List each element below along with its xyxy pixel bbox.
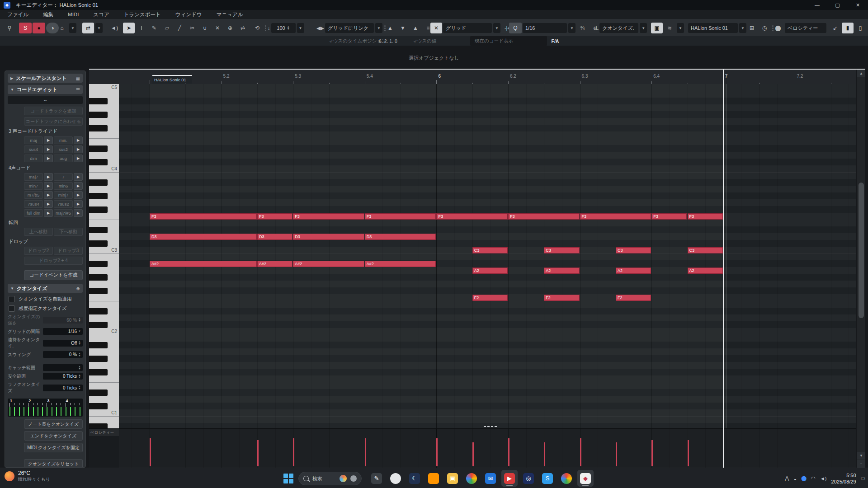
triad-variant-arrow[interactable]: ▶ bbox=[44, 136, 53, 144]
seventh-variant-arrow[interactable]: ▶ bbox=[74, 182, 83, 190]
triad-button-min.[interactable]: min. bbox=[54, 136, 73, 144]
snap-type-select[interactable]: グリッド bbox=[443, 23, 492, 33]
black-key[interactable] bbox=[89, 206, 108, 213]
midi-note[interactable]: F3 bbox=[293, 213, 364, 220]
independent-loop-dropdown[interactable]: ▼ bbox=[95, 23, 103, 33]
taskbar-app-skype[interactable]: S bbox=[539, 470, 556, 487]
black-key[interactable] bbox=[89, 403, 108, 409]
seventh-variant-arrow[interactable]: ▶ bbox=[74, 173, 83, 181]
setup-pin-button[interactable]: ⚲ bbox=[4, 23, 15, 33]
midi-note[interactable]: D3 bbox=[257, 234, 292, 240]
taskbar-app-chrome[interactable] bbox=[463, 470, 480, 487]
nudge-start-left-button[interactable]: ▲ bbox=[384, 23, 396, 33]
triad-variant-arrow[interactable]: ▶ bbox=[74, 145, 83, 153]
seventh-button-min7[interactable]: min7 bbox=[24, 182, 43, 190]
volume-icon[interactable]: ◄) bbox=[820, 476, 827, 481]
menu-item-マニュアル[interactable]: マニュアル bbox=[209, 11, 250, 18]
midi-note[interactable]: F3 bbox=[688, 213, 723, 220]
link-grid-select[interactable]: グリッドにリンク bbox=[325, 23, 374, 33]
piano-keyboard[interactable]: C5C4C3C2C1 bbox=[89, 84, 119, 428]
triplet-icon[interactable]: ¾ bbox=[576, 23, 588, 33]
quantize-action-button[interactable]: ノート長をクオンタイズ bbox=[24, 419, 83, 429]
velocity-stem[interactable] bbox=[365, 438, 366, 466]
velocity-stem[interactable] bbox=[257, 440, 259, 466]
midi-note[interactable]: A2 bbox=[688, 267, 723, 274]
velocity-stem[interactable] bbox=[472, 442, 474, 466]
erase-tool[interactable]: ▱ bbox=[161, 23, 173, 33]
show-part-borders-button[interactable]: ▣ bbox=[651, 23, 663, 33]
taskbar-app-colorful-app[interactable] bbox=[558, 470, 575, 487]
seventh-variant-arrow[interactable]: ▶ bbox=[44, 209, 53, 217]
black-key[interactable] bbox=[89, 369, 108, 375]
seventh-variant-arrow[interactable]: ▶ bbox=[44, 182, 53, 190]
zoom-tool[interactable]: ⊕ bbox=[224, 23, 236, 33]
midi-note[interactable]: F3 bbox=[257, 213, 292, 220]
auto-apply-checkbox[interactable] bbox=[9, 296, 15, 302]
weather-widget[interactable]: 26°C 晴れ時々くもり bbox=[5, 470, 50, 483]
maximize-button[interactable]: ▢ bbox=[827, 0, 848, 10]
track-select[interactable]: HALion Sonic 01 bbox=[688, 23, 738, 33]
insert-velocity-field[interactable]: 100 ▲▼ bbox=[271, 23, 296, 33]
notification-center-icon[interactable]: ▭ bbox=[861, 475, 865, 481]
speaker-icon[interactable]: ◄) bbox=[108, 23, 120, 33]
midi-note[interactable]: F2 bbox=[616, 295, 651, 301]
velocity-stem[interactable] bbox=[150, 438, 151, 466]
midi-note[interactable]: F3 bbox=[365, 213, 436, 220]
range-tool[interactable]: I bbox=[136, 23, 147, 33]
event-colors-icon[interactable]: ⬤ bbox=[772, 23, 784, 33]
value-field[interactable]: 0 %▲▼ bbox=[43, 351, 83, 358]
seventh-button-min6[interactable]: min6 bbox=[54, 182, 73, 190]
triad-variant-arrow[interactable]: ▶ bbox=[74, 136, 83, 144]
taskbar-app-cubase[interactable]: ◆ bbox=[577, 470, 594, 487]
trim-tool[interactable]: ╱ bbox=[174, 23, 185, 33]
seventh-button-minj7[interactable]: minj7 bbox=[54, 191, 73, 199]
section-quantize[interactable]: ▼ クオンタイズ ⊕ bbox=[8, 284, 83, 293]
section-scale-assistant[interactable]: ▶ スケールアシスタント ▦ bbox=[8, 74, 83, 83]
black-key[interactable] bbox=[89, 240, 108, 247]
quantize-action-button[interactable]: エンドをクオンタイズ bbox=[24, 431, 83, 441]
midi-note[interactable]: C3 bbox=[472, 247, 508, 253]
taskbar-app-dark-app[interactable]: ☾ bbox=[406, 470, 423, 487]
value-field[interactable]: 1/16▼ bbox=[43, 328, 83, 335]
midi-note[interactable]: F3 bbox=[651, 213, 687, 220]
midi-note[interactable]: A#2 bbox=[365, 261, 436, 267]
quantize-action-button[interactable]: MIDI クオンタイズを固定 bbox=[24, 443, 83, 452]
solo-button[interactable]: S bbox=[19, 23, 32, 33]
seventh-variant-arrow[interactable]: ▶ bbox=[44, 200, 53, 208]
triad-variant-arrow[interactable]: ▶ bbox=[44, 145, 53, 153]
triad-button-sus2[interactable]: sus2 bbox=[54, 145, 73, 153]
create-chord-event-button[interactable]: コードイベントを作成 bbox=[24, 270, 83, 280]
black-key[interactable] bbox=[89, 159, 108, 165]
midi-note[interactable]: D3 bbox=[293, 234, 364, 240]
menu-item-編集[interactable]: 編集 bbox=[36, 11, 61, 18]
menu-item-MIDI[interactable]: MIDI bbox=[61, 12, 86, 17]
taskbar-app-person-app[interactable] bbox=[387, 470, 404, 487]
minimize-button[interactable]: — bbox=[807, 0, 827, 10]
midi-note[interactable]: F2 bbox=[472, 295, 508, 301]
seventh-variant-arrow[interactable]: ▶ bbox=[74, 209, 83, 217]
nudge-up-button[interactable]: ▲ bbox=[410, 23, 421, 33]
quantize-preset-dropdown[interactable]: ▼ bbox=[568, 23, 576, 33]
scroll-down-arrow[interactable]: ▼ bbox=[857, 452, 865, 460]
tray-onedrive-icon[interactable]: ⬤ bbox=[801, 475, 807, 481]
black-key[interactable] bbox=[89, 308, 108, 314]
section-chord-edit[interactable]: ▼ コードエディット ☰ bbox=[8, 85, 83, 94]
insert-velocity-dropdown[interactable]: ▼ bbox=[297, 23, 304, 33]
edit-active-part-button[interactable]: ≋ bbox=[664, 23, 675, 33]
loop-icon[interactable]: ⟲ bbox=[251, 23, 263, 33]
zoom-out-button[interactable]: − bbox=[857, 460, 865, 468]
seventh-button-7sus4[interactable]: 7sus4 bbox=[24, 200, 43, 208]
midi-note[interactable]: F3 bbox=[580, 213, 651, 220]
autoscroll-button[interactable]: ↦ bbox=[237, 23, 249, 33]
seventh-variant-arrow[interactable]: ▶ bbox=[74, 200, 83, 208]
black-key[interactable] bbox=[89, 322, 108, 328]
velocity-stem[interactable] bbox=[436, 438, 438, 466]
triad-button-sus4[interactable]: sus4 bbox=[24, 145, 43, 153]
close-button[interactable]: ✕ bbox=[848, 0, 868, 10]
quantize-strength-field[interactable]: 60 %▲▼ bbox=[43, 317, 83, 324]
seventh-button-full dim[interactable]: full dim bbox=[24, 209, 43, 217]
midi-note[interactable]: A#2 bbox=[150, 261, 257, 267]
drop-2-4-button[interactable]: ドロップ2 + 4 bbox=[24, 257, 83, 265]
nudge-start-right-button[interactable]: ▼ bbox=[397, 23, 409, 33]
part-tab[interactable]: HALion Sonic 01 bbox=[152, 75, 192, 84]
